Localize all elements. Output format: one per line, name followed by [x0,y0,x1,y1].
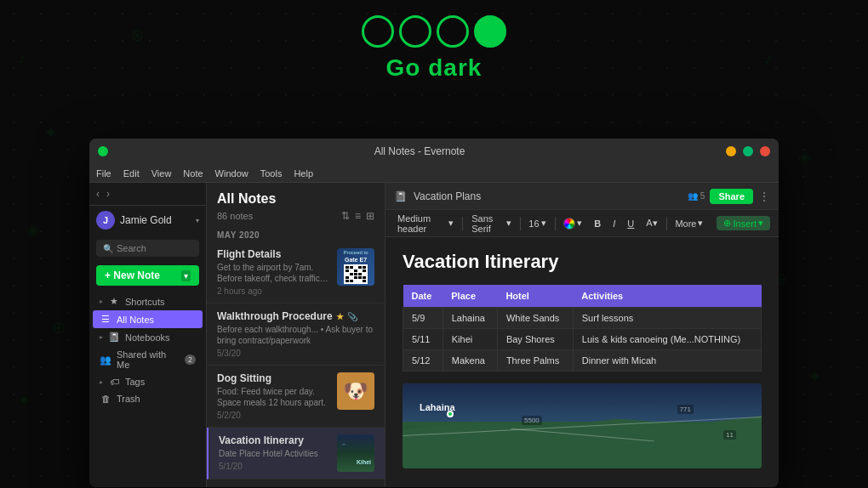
note-card-business[interactable]: Business Strategy [207,479,385,487]
more-options-button[interactable]: ⋮ [758,190,770,203]
note-title-dog: Dog Sitting [217,372,330,384]
more-toolbar-button[interactable]: More ▾ [671,216,706,230]
menu-file[interactable]: File [96,168,111,179]
italic-button[interactable]: I [609,217,619,230]
shared-badge: 2 [185,355,196,365]
list-icon: ☰ [100,314,111,325]
map-water [403,383,762,422]
sidebar-item-tags[interactable]: ▸ 🏷 Tags [93,373,203,390]
user-name: Jamie Gold [120,214,191,226]
view-icon[interactable]: ⊞ [366,210,374,222]
sidebar-item-trash[interactable]: 🗑 Trash [93,390,203,407]
editor-note-title: Vacation Itinerary [403,251,762,273]
table-row: 5/12 Makena Three Palms Dinner with Mica… [403,350,762,372]
editor-toolbar: Medium header ▾ Sans Serif ▾ 16 ▾ ▾ [385,210,779,237]
toolbar-sep-4 [666,217,667,230]
close-button[interactable] [760,146,770,156]
sidebar-item-notebooks[interactable]: ▸ 📓 Notebooks [93,328,203,346]
sidebar-item-all-notes[interactable]: ☰ All Notes [93,310,203,328]
table-row: 5/9 Lahaina White Sands Surf lessons [403,308,762,329]
note-title-vacation: Vacation Itinerary [219,434,330,446]
note-card-vacation[interactable]: Vacation Itinerary Date Place Hotel Acti… [207,428,385,479]
editor-area: 📓 Vacation Plans 👥 5 Share ⋮ Medium head… [385,183,779,487]
sidebar-label-trash: Trash [117,394,196,404]
menu-edit[interactable]: Edit [123,168,140,179]
filter-icon[interactable]: ≡ [355,210,361,222]
search-label: Search [117,243,146,253]
col-activities: Activities [573,285,761,308]
attach-badge: 📎 [347,312,357,321]
sidebar: ‹ › J Jamie Gold ▾ 🔍 Search + New Note ▾ [89,183,207,487]
sidebar-label-shortcuts: Shortcuts [125,297,196,307]
title-bar: All Notes - Evernote [89,139,779,164]
maximize-button[interactable] [743,146,753,156]
evernote-icon [98,146,108,156]
note-content-walkthrough: Walkthrough Procedure ★ 📎 Before each wa… [217,310,374,358]
share-button[interactable]: Share [710,189,753,204]
user-section[interactable]: J Jamie Gold ▾ [89,206,206,235]
note-card-dog[interactable]: Dog Sitting Food: Feed twice per day. Sp… [207,366,385,428]
toolbar-sep-2 [520,217,521,230]
insert-icon: ⊕ [723,218,731,229]
tags-icon: 🏷 [108,377,120,387]
sort-icon[interactable]: ⇅ [341,210,350,222]
font-size-dropdown[interactable]: 16 ▾ [525,216,549,230]
notes-list: All Notes 86 notes ⇅ ≡ ⊞ MAY 2020 Flight… [207,183,385,487]
user-dropdown-icon: ▾ [196,217,199,224]
share-count: 5 [700,191,705,201]
map-marker-1: 5500 [522,416,542,425]
star-badge: ★ [336,312,344,321]
row1-hotel: White Sands [497,308,573,329]
color-picker[interactable]: ▾ [560,216,585,231]
note-card-walkthrough[interactable]: Walkthrough Procedure ★ 📎 Before each wa… [207,304,385,366]
search-bar[interactable]: 🔍 Search [96,240,199,257]
menu-view[interactable]: View [151,168,172,179]
menu-help[interactable]: Help [294,168,313,179]
editor-content[interactable]: Vacation Itinerary Date Place Hotel Acti… [385,237,779,487]
note-thumb-flight: Proceed to Gate E7 [337,248,374,286]
table-row: 5/11 Kihei Bay Shores Luis & kids canoei… [403,329,762,350]
color-swatch [563,218,575,230]
sidebar-section: ▸ ★ Shortcuts ☰ All Notes ▸ 📓 Notebooks … [89,289,206,411]
logo-circle-1 [362,15,394,48]
note-time-dog: 5/2/20 [217,411,330,420]
note-title-flight: Flight Details [217,248,330,260]
share-section: 👥 5 Share ⋮ [688,189,770,204]
underline-button[interactable]: U [624,217,637,230]
sidebar-nav: ‹ › [89,183,206,206]
row3-date: 5/12 [403,350,443,372]
col-date: Date [403,285,443,308]
menu-tools[interactable]: Tools [260,168,283,179]
menu-bar: File Edit View Note Window Tools Help [89,164,779,183]
menu-note[interactable]: Note [183,168,203,179]
minimize-button[interactable] [726,146,736,156]
bold-button[interactable]: B [591,217,604,230]
header-style-dropdown[interactable]: Medium header ▾ [394,212,457,235]
note-breadcrumb: Vacation Plans [414,190,681,202]
map-pin-lahaina [447,411,454,417]
font-color-button[interactable]: A▾ [642,216,660,230]
note-content-dog: Dog Sitting Food: Feed twice per day. Sp… [217,372,330,420]
notes-date-group: MAY 2020 [207,225,385,241]
notes-count-bar: 86 notes ⇅ ≡ ⊞ [217,210,374,222]
logo-circle-2 [399,15,431,48]
note-card-flight[interactable]: Flight Details Get to the airport by 7am… [207,241,385,304]
new-note-label: + New Note [105,270,178,281]
new-note-button[interactable]: + New Note ▾ [96,265,199,286]
insert-button[interactable]: ⊕ Insert ▾ [717,216,770,230]
sidebar-label-shared: Shared with Me [117,349,180,370]
forward-arrow[interactable]: › [106,188,110,200]
note-thumb-dog: 🐶 [337,372,374,410]
map-marker-3: 11 [723,430,736,440]
shared-icon: 👥 [100,355,111,366]
back-arrow[interactable]: ‹ [96,188,100,200]
header-area: Go dark [0,15,868,82]
col-hotel: Hotel [497,285,573,308]
note-content-flight: Flight Details Get to the airport by 7am… [217,248,330,296]
menu-window[interactable]: Window [215,168,248,179]
sidebar-item-shortcuts[interactable]: ▸ ★ Shortcuts [93,292,203,310]
sidebar-item-shared[interactable]: 👥 Shared with Me 2 [93,346,203,373]
app-window: All Notes - Evernote File Edit View Note… [89,139,779,487]
font-family-dropdown[interactable]: Sans Serif ▾ [468,212,514,235]
new-note-dropdown-icon: ▾ [181,270,191,281]
